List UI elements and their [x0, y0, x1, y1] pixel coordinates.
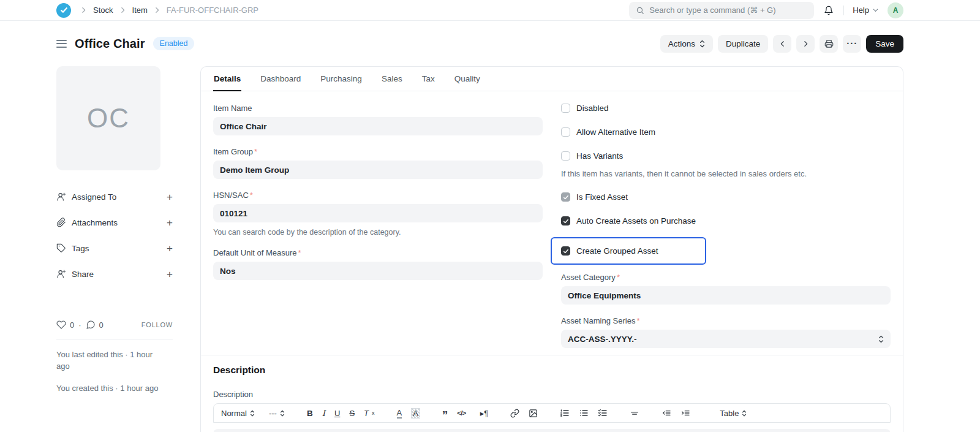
- checkbox-box-checked[interactable]: [561, 246, 570, 256]
- image-button[interactable]: [529, 406, 538, 420]
- rich-text-editor-area[interactable]: [213, 429, 891, 432]
- more-options-button[interactable]: ···: [843, 35, 861, 53]
- prev-record-button[interactable]: [773, 35, 791, 53]
- tag-icon: [56, 243, 66, 253]
- print-button[interactable]: [820, 35, 838, 53]
- actions-label: Actions: [668, 39, 695, 48]
- divider-style-value: ---: [269, 409, 277, 418]
- sidebar-toggle-icon[interactable]: [56, 38, 67, 50]
- required-marker: *: [254, 147, 257, 156]
- selected-value: ACC-ASS-.YYYY.-: [568, 335, 637, 344]
- blockquote-button[interactable]: ”: [442, 406, 448, 420]
- field-label: Item Name: [213, 104, 543, 113]
- bullet-list-button[interactable]: [579, 406, 589, 420]
- sidebar-item-label: Assigned To: [72, 192, 116, 202]
- select-updown-icon: [280, 410, 285, 417]
- link-button[interactable]: [510, 406, 519, 420]
- clear-format-button[interactable]: Tx: [364, 406, 374, 420]
- user-avatar[interactable]: A: [888, 2, 903, 18]
- tab-details[interactable]: Details: [213, 74, 241, 91]
- checklist-icon: [598, 408, 608, 418]
- tab-quality[interactable]: Quality: [454, 74, 481, 91]
- item-image-placeholder[interactable]: OC: [56, 66, 160, 170]
- field-asset-category: Asset Category* Office Equipments: [561, 273, 891, 305]
- item-group-input[interactable]: Demo Item Group: [213, 161, 543, 179]
- checkbox-box-checked[interactable]: [561, 216, 570, 225]
- underline-button[interactable]: U: [334, 406, 340, 420]
- field-label: Asset Category: [561, 273, 616, 282]
- text-color-button[interactable]: A: [397, 406, 402, 420]
- italic-button[interactable]: I: [322, 406, 325, 420]
- checkbox-label[interactable]: Auto Create Assets on Purchase: [576, 216, 696, 225]
- comment-icon: [86, 320, 96, 330]
- background-color-button[interactable]: A: [411, 406, 420, 420]
- field-label: HSN/SAC: [213, 191, 249, 200]
- check-icon: [563, 248, 569, 254]
- social-row: 0 · 0 FOLLOW: [56, 320, 173, 330]
- paragraph-mark-button[interactable]: ▸¶: [480, 406, 489, 420]
- ordered-list-button[interactable]: [560, 406, 570, 420]
- checkbox-box[interactable]: [561, 104, 570, 113]
- table-menu-button[interactable]: Table: [720, 406, 747, 420]
- tab-sales[interactable]: Sales: [381, 74, 403, 91]
- checklist-button[interactable]: [598, 406, 608, 420]
- breadcrumb-item[interactable]: Item: [132, 6, 148, 15]
- select-updown-icon: [878, 335, 884, 343]
- default-uom-input[interactable]: Nos: [213, 262, 543, 280]
- bold-button[interactable]: B: [307, 406, 313, 420]
- checkbox-label[interactable]: Has Variants: [576, 151, 623, 161]
- printer-icon: [824, 39, 834, 48]
- hsn-sac-input[interactable]: 010121: [213, 204, 543, 222]
- sidebar-item-label: Share: [72, 270, 94, 279]
- section-heading: Description: [213, 365, 891, 376]
- help-menu[interactable]: Help: [853, 6, 879, 15]
- divider-style-select[interactable]: ---: [269, 406, 285, 420]
- form-tabs: Details Dashboard Purchasing Sales Tax Q…: [201, 67, 903, 91]
- heart-icon: [56, 320, 66, 330]
- follow-button[interactable]: FOLLOW: [141, 321, 173, 328]
- tab-purchasing[interactable]: Purchasing: [320, 74, 363, 91]
- save-button[interactable]: Save: [866, 35, 903, 53]
- last-edited-text: You last edited this · 1 hour ago: [56, 349, 162, 373]
- tab-dashboard[interactable]: Dashboard: [260, 74, 301, 91]
- add-attachment-button[interactable]: +: [167, 218, 173, 228]
- asset-category-input[interactable]: Office Equipments: [561, 286, 891, 305]
- link-icon: [510, 409, 519, 418]
- user-plus-icon: [56, 192, 66, 202]
- global-search[interactable]: [629, 2, 814, 19]
- indent-button[interactable]: [680, 406, 690, 420]
- duplicate-button[interactable]: Duplicate: [718, 35, 768, 53]
- item-name-input[interactable]: Office Chair: [213, 117, 543, 135]
- field-asset-naming-series: Asset Naming Series* ACC-ASS-.YYYY.-: [561, 316, 891, 348]
- asset-naming-series-select[interactable]: ACC-ASS-.YYYY.-: [561, 330, 891, 348]
- add-tag-button[interactable]: +: [167, 243, 173, 254]
- tab-tax[interactable]: Tax: [421, 74, 435, 91]
- actions-button[interactable]: Actions: [660, 35, 713, 53]
- checkbox-box[interactable]: [561, 127, 570, 137]
- checkbox-box-checked[interactable]: [561, 192, 570, 202]
- page-title: Office Chair: [75, 37, 145, 51]
- sidebar-item-assigned-to: Assigned To +: [56, 184, 173, 210]
- description-section: Description Description Normal --- B I U…: [201, 355, 903, 432]
- checkbox-label[interactable]: Disabled: [576, 104, 609, 113]
- share-add-button[interactable]: +: [167, 269, 173, 279]
- next-record-button[interactable]: [796, 35, 815, 53]
- checkbox-label[interactable]: Allow Alternative Item: [576, 127, 655, 137]
- checkbox-label[interactable]: Create Grouped Asset: [576, 246, 658, 256]
- dot-separator: ·: [78, 320, 81, 330]
- align-button[interactable]: [630, 406, 639, 420]
- add-assignment-button[interactable]: +: [167, 192, 173, 202]
- like-button[interactable]: 0: [56, 320, 74, 330]
- breadcrumb-stock[interactable]: Stock: [93, 6, 113, 15]
- page-header: Office Chair Enabled Actions Duplicate ·…: [0, 21, 980, 66]
- notifications-bell-icon[interactable]: [823, 4, 835, 17]
- app-logo-icon[interactable]: [56, 3, 71, 18]
- comments-button[interactable]: 0: [86, 320, 104, 330]
- checkbox-box[interactable]: [561, 151, 570, 161]
- search-input[interactable]: [649, 6, 807, 15]
- code-button[interactable]: </>: [457, 406, 466, 420]
- outdent-button[interactable]: [662, 406, 671, 420]
- strikethrough-button[interactable]: S: [349, 406, 355, 420]
- paragraph-style-select[interactable]: Normal: [221, 406, 255, 420]
- checkbox-label[interactable]: Is Fixed Asset: [576, 192, 628, 202]
